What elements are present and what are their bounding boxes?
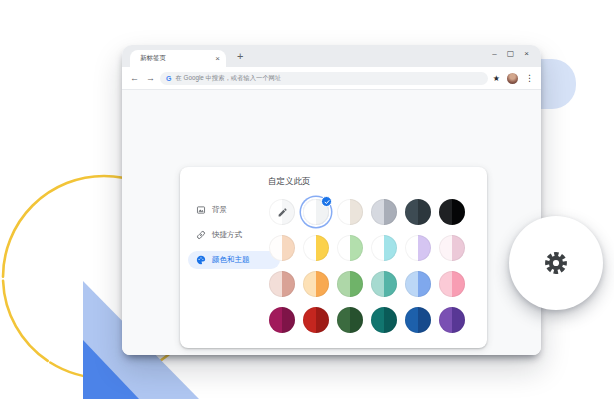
theme-swatch[interactable] bbox=[337, 271, 363, 297]
theme-swatch[interactable] bbox=[337, 307, 363, 333]
kebab-menu-icon[interactable]: ⋮ bbox=[525, 74, 534, 83]
sidebar-item-label: 背景 bbox=[212, 205, 227, 215]
gear-icon bbox=[543, 250, 569, 276]
sidebar-item-shortcuts[interactable]: 快捷方式 bbox=[188, 222, 280, 247]
theme-swatch[interactable] bbox=[371, 271, 397, 297]
theme-swatch[interactable] bbox=[439, 271, 465, 297]
dialog-sidebar: 背景 快捷方式 颜色和主题 bbox=[188, 197, 280, 272]
address-bar[interactable]: G 在 Google 中搜索，或者输入一个网址 bbox=[160, 72, 488, 85]
theme-swatch[interactable] bbox=[405, 199, 431, 225]
theme-swatch[interactable] bbox=[337, 235, 363, 261]
back-icon[interactable]: ← bbox=[130, 74, 139, 83]
tab-new-tab[interactable]: 新标签页 × bbox=[130, 50, 226, 67]
toolbar-right-icons: ★ ⋮ bbox=[493, 67, 534, 90]
theme-swatch[interactable] bbox=[269, 271, 295, 297]
theme-swatch[interactable] bbox=[405, 235, 431, 261]
check-icon bbox=[324, 199, 330, 205]
theme-swatch-selected[interactable] bbox=[303, 199, 329, 225]
extensions-icon[interactable]: ★ bbox=[493, 75, 500, 83]
tab-title: 新标签页 bbox=[140, 54, 215, 63]
minimize-button[interactable]: – bbox=[492, 50, 496, 58]
theme-swatch[interactable] bbox=[405, 307, 431, 333]
theme-swatch[interactable] bbox=[405, 271, 431, 297]
theme-swatch[interactable] bbox=[439, 199, 465, 225]
link-icon bbox=[196, 230, 206, 240]
custom-color-swatch[interactable] bbox=[269, 199, 295, 225]
profile-avatar[interactable] bbox=[507, 73, 518, 84]
theme-swatch[interactable] bbox=[439, 307, 465, 333]
theme-swatch[interactable] bbox=[303, 271, 329, 297]
browser-window: 新标签页 × + – ▢ × ← → ↻ G 在 Google 中搜索，或者输入… bbox=[122, 45, 541, 355]
theme-swatch[interactable] bbox=[439, 235, 465, 261]
theme-swatch[interactable] bbox=[371, 199, 397, 225]
palette-icon bbox=[196, 255, 206, 265]
tab-strip: 新标签页 × + – ▢ × bbox=[122, 45, 541, 67]
google-logo-icon: G bbox=[166, 75, 171, 82]
theme-swatch-grid bbox=[269, 199, 465, 333]
sidebar-item-colors-theme[interactable]: 颜色和主题 bbox=[188, 251, 280, 269]
customize-dialog: 自定义此页 背景 快捷方式 bbox=[180, 167, 487, 348]
sidebar-item-label: 颜色和主题 bbox=[212, 255, 250, 265]
theme-swatch[interactable] bbox=[337, 199, 363, 225]
pencil-icon bbox=[277, 207, 288, 218]
theme-swatch[interactable] bbox=[303, 235, 329, 261]
theme-swatch[interactable] bbox=[269, 235, 295, 261]
theme-swatch[interactable] bbox=[269, 307, 295, 333]
settings-fab[interactable] bbox=[509, 216, 603, 310]
sidebar-item-background[interactable]: 背景 bbox=[188, 197, 280, 222]
page-canvas: 新标签页 × + – ▢ × ← → ↻ G 在 Google 中搜索，或者输入… bbox=[0, 0, 614, 413]
maximize-button[interactable]: ▢ bbox=[507, 50, 515, 58]
address-bar-placeholder: 在 Google 中搜索，或者输入一个网址 bbox=[175, 74, 281, 83]
browser-toolbar: ← → ↻ G 在 Google 中搜索，或者输入一个网址 ★ ⋮ bbox=[122, 67, 541, 90]
theme-swatch[interactable] bbox=[371, 307, 397, 333]
dialog-title: 自定义此页 bbox=[268, 176, 311, 188]
tab-close-icon[interactable]: × bbox=[215, 55, 220, 63]
theme-swatch[interactable] bbox=[371, 235, 397, 261]
new-tab-content-area: 自定义此页 背景 快捷方式 bbox=[122, 90, 541, 355]
sidebar-item-label: 快捷方式 bbox=[212, 230, 242, 240]
forward-icon[interactable]: → bbox=[146, 74, 155, 83]
selected-check-badge bbox=[321, 196, 332, 207]
theme-swatch[interactable] bbox=[303, 307, 329, 333]
new-tab-button[interactable]: + bbox=[234, 48, 246, 65]
image-icon bbox=[196, 205, 206, 215]
close-window-button[interactable]: × bbox=[524, 50, 529, 58]
window-controls: – ▢ × bbox=[492, 50, 529, 58]
